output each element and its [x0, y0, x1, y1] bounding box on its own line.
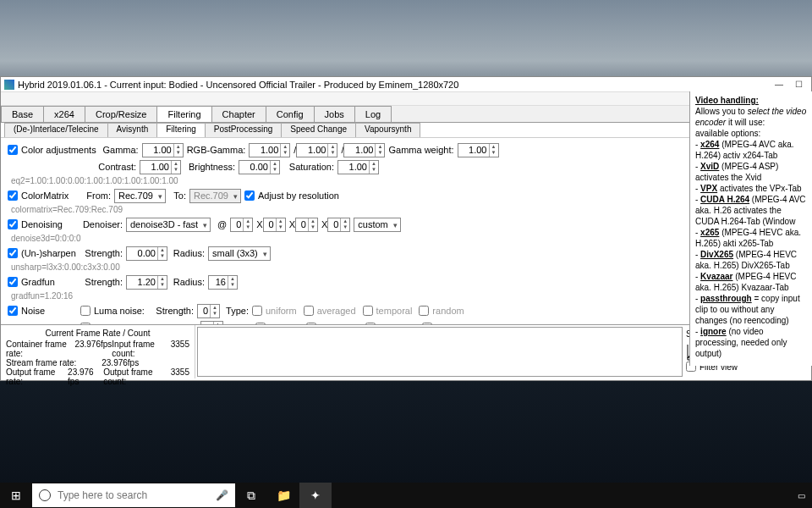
- chroma-temp-cb[interactable]: [365, 323, 376, 324]
- contrast-spin[interactable]: ▲▼: [140, 160, 181, 174]
- frame-info: Current Frame Rate / Count Container fra…: [1, 325, 195, 378]
- start-button[interactable]: ⊞: [0, 483, 32, 508]
- search-box[interactable]: 🎤: [32, 483, 235, 507]
- noise-label: Noise: [21, 306, 80, 316]
- luma-str-spin[interactable]: ▲▼: [197, 304, 220, 318]
- grad-rad-label: Radius:: [171, 277, 205, 287]
- tab-log[interactable]: Log: [354, 106, 392, 122]
- luma-avg-cb[interactable]: [304, 306, 314, 316]
- to-label: To:: [169, 190, 186, 201]
- sharp-checkbox[interactable]: [8, 248, 18, 258]
- tab-filtering[interactable]: Filtering: [156, 106, 211, 122]
- system-tray[interactable]: ▭: [798, 491, 812, 500]
- chroma-rand-cb[interactable]: [422, 323, 432, 324]
- taskbar: ⊞ 🎤 ⧉ 📁 ✦ ▭: [0, 483, 812, 508]
- grad-str-spin[interactable]: ▲▼: [126, 275, 167, 290]
- noise-checkbox[interactable]: [8, 306, 18, 316]
- chroma-str-spin[interactable]: ▲▼: [200, 321, 223, 325]
- grad-hint: gradfun=1.20:16: [11, 291, 804, 301]
- sat-label: Saturation:: [283, 162, 334, 172]
- dn1-spin[interactable]: ▲▼: [230, 218, 253, 232]
- subtab-speed[interactable]: Speed Change: [281, 123, 356, 137]
- window-title: Hybrid 2019.01.06.1 - Current input: Bod…: [18, 80, 458, 90]
- luma-str-label: Strength:: [151, 306, 194, 316]
- taskview-button[interactable]: ⧉: [235, 483, 267, 508]
- denoise-hint: denoise3d=0:0:0:0: [11, 234, 804, 243]
- cmatrix-label: ColorMatrix: [21, 190, 80, 201]
- dn4-spin[interactable]: ▲▼: [327, 218, 350, 232]
- to-select: Rec.709: [189, 189, 241, 203]
- denoise-checkbox[interactable]: [8, 219, 18, 229]
- denoiser-label: Denoiser:: [80, 219, 123, 229]
- chroma-uniform-cb[interactable]: [255, 323, 266, 324]
- luma-rand-cb[interactable]: [419, 306, 429, 316]
- sharp-str-label: Strength:: [80, 248, 123, 258]
- color-checkbox[interactable]: [8, 145, 18, 155]
- tab-crop[interactable]: Crop/Resize: [85, 106, 158, 122]
- subtab-postproc[interactable]: PostProcessing: [205, 123, 282, 137]
- search-icon: [39, 489, 51, 501]
- luma-uniform-cb[interactable]: [252, 306, 262, 316]
- grad-str-label: Strength:: [80, 277, 123, 287]
- luma-checkbox[interactable]: [80, 306, 91, 316]
- gamma-spin[interactable]: ▲▼: [142, 143, 184, 157]
- sharp-rad-label: Radius:: [171, 248, 205, 258]
- luma-type-label: Type:: [223, 306, 249, 316]
- sharp-rad-select[interactable]: small (3x3): [208, 246, 271, 261]
- tab-jobs[interactable]: Jobs: [314, 106, 355, 122]
- cmatrix-checkbox[interactable]: [8, 190, 18, 201]
- help-title: Video handling:: [695, 96, 759, 105]
- gw-label: Gamma weight:: [388, 145, 453, 155]
- dn3-spin[interactable]: ▲▼: [295, 218, 318, 232]
- luma-temp-cb[interactable]: [363, 306, 373, 316]
- sat-spin[interactable]: ▲▼: [337, 160, 379, 174]
- titlebar: Hybrid 2019.01.06.1 - Current input: Bod…: [1, 77, 811, 92]
- search-input[interactable]: [58, 489, 216, 501]
- preview-area: [197, 327, 683, 377]
- chroma-checkbox[interactable]: [80, 323, 91, 324]
- sharp-hint: unsharp=l3x3:0.00:c3x3:0.00: [11, 262, 804, 272]
- rgb2-spin[interactable]: ▲▼: [296, 143, 337, 157]
- bright-spin[interactable]: ▲▼: [239, 160, 280, 174]
- mic-icon[interactable]: 🎤: [216, 489, 228, 501]
- denoiser-select[interactable]: denoise3D - fast: [126, 218, 211, 232]
- grad-checkbox[interactable]: [8, 277, 18, 287]
- subtab-avisynth[interactable]: Avisynth: [107, 123, 158, 137]
- subtab-vapoursynth[interactable]: Vapoursynth: [355, 123, 420, 137]
- chroma-type-label: Type:: [227, 323, 252, 324]
- rgb1-spin[interactable]: ▲▼: [249, 143, 290, 157]
- sharp-str-spin[interactable]: ▲▼: [126, 246, 167, 261]
- at-label: @: [217, 219, 227, 229]
- help-panel: Video handling: Allows you to select the…: [689, 91, 812, 366]
- frame-header: Current Frame Rate / Count: [6, 329, 189, 338]
- minimize-button[interactable]: —: [775, 80, 783, 89]
- tab-chapter[interactable]: Chapter: [211, 106, 266, 122]
- tray-icon[interactable]: ▭: [798, 491, 805, 500]
- grad-label: Gradfun: [21, 277, 80, 287]
- explorer-button[interactable]: 📁: [267, 483, 299, 508]
- color-label: Color adjustments: [21, 145, 96, 155]
- app-icon: [4, 80, 14, 90]
- tab-x264[interactable]: x264: [43, 106, 85, 122]
- from-select[interactable]: Rec.709: [114, 189, 166, 203]
- tab-base[interactable]: Base: [1, 106, 44, 122]
- chroma-avg-cb[interactable]: [306, 323, 316, 324]
- contrast-label: Contrast:: [94, 162, 136, 172]
- bright-label: Brightness:: [184, 162, 235, 172]
- gw-spin[interactable]: ▲▼: [458, 143, 499, 157]
- hybrid-taskbar-button[interactable]: ✦: [299, 483, 332, 508]
- denoise-label: Denoising: [21, 219, 80, 229]
- grad-rad-spin[interactable]: ▲▼: [208, 275, 238, 290]
- rgb3-spin[interactable]: ▲▼: [343, 143, 385, 157]
- subtab-deinterlace[interactable]: (De-)Interlace/Telecine: [4, 123, 108, 137]
- subtab-filtering[interactable]: Filtering: [156, 123, 206, 137]
- color-hint: eq2=1.00:1.00:0.00:1.00:1.00:1.00:1.00:1…: [11, 176, 804, 185]
- dn-mode-select[interactable]: custom: [354, 218, 400, 232]
- adjres-label: Adjust by resolution: [258, 190, 339, 201]
- dn2-spin[interactable]: ▲▼: [263, 218, 286, 232]
- maximize-button[interactable]: ☐: [795, 80, 803, 89]
- cmatrix-hint: colormatrix=Rec.709:Rec.709: [11, 205, 804, 214]
- from-label: From:: [80, 190, 111, 201]
- adjres-checkbox[interactable]: [244, 190, 255, 201]
- tab-config[interactable]: Config: [266, 106, 315, 122]
